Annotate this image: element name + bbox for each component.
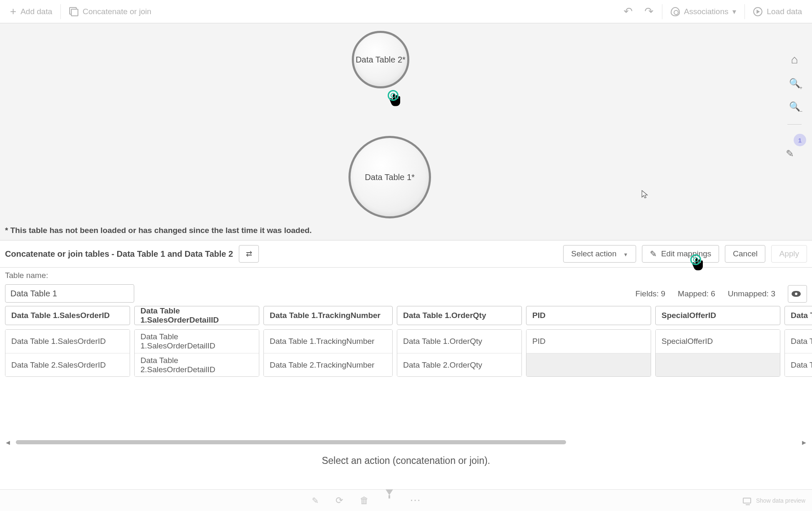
wand-icon: ✏ bbox=[780, 143, 800, 163]
mapping-cell[interactable]: Data Table 1.SalesOrderID bbox=[5, 330, 130, 353]
config-title: Concatenate or join tables - Data Table … bbox=[5, 249, 233, 259]
table-bubble-2-label: Data Table 2* bbox=[356, 55, 406, 65]
mapping-cell[interactable]: Data Table 1.TrackingNumber bbox=[264, 330, 392, 353]
mapping-counts: Fields: 9 Mapped: 6 Unmapped: 3 bbox=[635, 285, 807, 303]
swap-icon bbox=[246, 249, 252, 258]
mapping-cell[interactable]: Data Ta bbox=[785, 353, 812, 376]
show-data-preview-button[interactable]: Show data preview bbox=[743, 497, 805, 504]
mapping-cell[interactable]: PID bbox=[526, 330, 651, 353]
mapping-cell[interactable]: Data Table 1.SalesOrderDetailID bbox=[135, 330, 259, 353]
cancel-button[interactable]: Cancel bbox=[725, 245, 765, 263]
mapping-cell[interactable]: Data Table 2.TrackingNumber bbox=[264, 353, 392, 376]
canvas-side-tools: + − 1 ✏ bbox=[783, 53, 806, 160]
pencil-icon bbox=[650, 249, 657, 259]
sidetools-divider bbox=[787, 124, 802, 125]
column-body: Data Table 1.OrderQtyData Table 2.OrderQ… bbox=[397, 329, 522, 377]
add-data-button[interactable]: Add data bbox=[4, 2, 58, 21]
click-indicator bbox=[387, 92, 405, 110]
associations-canvas[interactable]: Data Table 2* Data Table 1* * This table… bbox=[0, 23, 812, 240]
redo-icon bbox=[644, 5, 654, 18]
associations-dropdown[interactable]: Associations bbox=[665, 4, 742, 20]
plus-icon bbox=[10, 5, 16, 18]
column-body: Data TaData Ta bbox=[784, 329, 812, 377]
monitor-icon bbox=[743, 498, 751, 503]
toolbar-divider bbox=[60, 4, 61, 19]
column-body: SpecialOfferID bbox=[655, 329, 780, 377]
swap-tables-button[interactable] bbox=[239, 245, 259, 263]
undo-button[interactable] bbox=[618, 2, 639, 21]
play-icon bbox=[753, 7, 762, 16]
column-header[interactable]: Data Table 1.TrackingNumber bbox=[263, 306, 393, 325]
load-data-button[interactable]: Load data bbox=[747, 4, 808, 20]
column-body: Data Table 1.SalesOrderDetailIDData Tabl… bbox=[134, 329, 259, 377]
refresh-button[interactable] bbox=[336, 495, 343, 506]
zoom-out-button[interactable]: − bbox=[787, 99, 802, 113]
edit-mappings-label: Edit mappings bbox=[661, 249, 711, 258]
scroll-left-icon[interactable]: ◀ bbox=[4, 439, 12, 446]
config-bar: Concatenate or join tables - Data Table … bbox=[0, 240, 812, 268]
fields-count: Fields: 9 bbox=[635, 289, 665, 298]
mapping-grid-wrap: Data Table 1.SalesOrderIDData Table 1.Sa… bbox=[0, 306, 812, 377]
undo-icon bbox=[624, 5, 633, 18]
column-header[interactable]: PID bbox=[526, 306, 651, 325]
edit-mappings-button[interactable]: Edit mappings bbox=[642, 245, 719, 263]
more-button[interactable] bbox=[410, 494, 421, 507]
mapping-cell[interactable]: Data Table 1.OrderQty bbox=[397, 330, 521, 353]
select-action-dropdown[interactable]: Select action bbox=[563, 245, 636, 263]
toggle-preview-button[interactable] bbox=[788, 285, 807, 303]
home-button[interactable] bbox=[787, 53, 802, 67]
canvas-footnote: * This table has not been loaded or has … bbox=[5, 226, 312, 235]
scroll-right-icon[interactable]: ▶ bbox=[800, 439, 808, 446]
eye-icon bbox=[792, 291, 803, 297]
mapping-cell[interactable]: Data Ta bbox=[785, 330, 812, 353]
filter-button[interactable] bbox=[386, 495, 393, 506]
chevron-down-icon bbox=[621, 249, 628, 258]
magnifier-icon bbox=[789, 100, 800, 112]
associations-icon bbox=[671, 7, 680, 16]
mapping-cell[interactable]: SpecialOfferID bbox=[656, 330, 780, 353]
action-prompt: Select an action (concatenation or join)… bbox=[0, 455, 812, 466]
concatenate-join-button[interactable]: Concatenate or join bbox=[63, 4, 157, 20]
filter-icon bbox=[386, 489, 393, 506]
zoom-in-button[interactable]: + bbox=[787, 76, 802, 90]
chevron-down-icon bbox=[732, 7, 736, 16]
mapping-cell[interactable]: Data Table 2.OrderQty bbox=[397, 353, 521, 376]
column-header[interactable]: Data Ta bbox=[784, 306, 812, 325]
mapping-cell[interactable] bbox=[656, 353, 780, 376]
column-header[interactable]: SpecialOfferID bbox=[655, 306, 780, 325]
mapping-cell[interactable] bbox=[526, 353, 651, 376]
column-header[interactable]: Data Table 1.SalesOrderID bbox=[5, 306, 130, 325]
recommendations-badge: 1 bbox=[794, 134, 806, 146]
table-name-input[interactable] bbox=[5, 284, 134, 303]
edit-button[interactable] bbox=[312, 495, 319, 506]
select-action-label: Select action bbox=[571, 249, 617, 258]
minus-overlay-icon: − bbox=[799, 108, 802, 114]
mapping-cell[interactable]: Data Table 2.SalesOrderDetailID bbox=[135, 353, 259, 376]
column-header[interactable]: Data Table 1.SalesOrderDetailID bbox=[134, 306, 259, 325]
redo-button[interactable] bbox=[639, 2, 659, 21]
mapping-grid: Data Table 1.SalesOrderIDData Table 1.Sa… bbox=[5, 306, 812, 377]
mapped-count: Mapped: 6 bbox=[678, 289, 715, 298]
magnifier-icon bbox=[789, 77, 800, 89]
column-body: PID bbox=[526, 329, 651, 377]
mapping-cell[interactable]: Data Table 2.SalesOrderID bbox=[5, 353, 130, 376]
toolbar-divider bbox=[744, 4, 745, 19]
horizontal-scrollbar[interactable]: ◀ ▶ bbox=[4, 439, 808, 445]
column-header[interactable]: Data Table 1.OrderQty bbox=[397, 306, 522, 325]
top-toolbar: Add data Concatenate or join Association… bbox=[0, 0, 812, 23]
meta-row: Table name: Fields: 9 Mapped: 6 Unmapped… bbox=[0, 268, 812, 306]
scroll-track[interactable] bbox=[12, 440, 800, 444]
column-body: Data Table 1.SalesOrderIDData Table 2.Sa… bbox=[5, 329, 130, 377]
column-body: Data Table 1.TrackingNumberData Table 2.… bbox=[263, 329, 393, 377]
concat-join-icon bbox=[69, 7, 78, 16]
scroll-thumb[interactable] bbox=[16, 440, 566, 444]
apply-button[interactable]: Apply bbox=[771, 245, 807, 263]
table-bubble-1[interactable]: Data Table 1* bbox=[348, 136, 431, 218]
table-bubble-2[interactable]: Data Table 2* bbox=[352, 31, 409, 88]
recommendations-button[interactable]: 1 ✏ bbox=[783, 135, 806, 160]
load-data-label: Load data bbox=[767, 7, 802, 16]
table-name-label: Table name: bbox=[5, 271, 48, 280]
delete-button[interactable] bbox=[360, 495, 369, 506]
plus-overlay-icon: + bbox=[799, 85, 802, 91]
mouse-cursor-icon bbox=[642, 190, 648, 200]
